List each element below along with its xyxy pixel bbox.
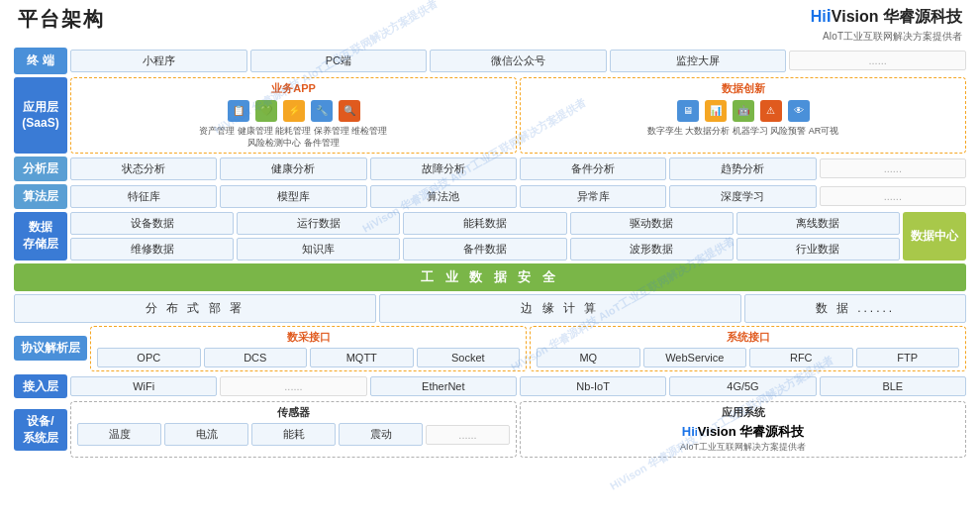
edge-computing: 边 缘 计 算 xyxy=(379,294,741,323)
data-interface-title: 数采接口 xyxy=(97,330,520,345)
system-interface-items: MQ WebService RFC FTP xyxy=(537,348,959,367)
access-ethernet: EtherNet xyxy=(370,376,517,396)
protocol-label: 协议解析层 xyxy=(14,336,87,361)
device-content: 传感器 温度 电流 能耗 震动 ...... 应用系统 HiiVision 华睿… xyxy=(70,401,966,458)
proto-mqtt: MQTT xyxy=(310,348,414,367)
data-innovation-title: 数据创新 xyxy=(527,81,959,96)
device-logo-vision: Vision xyxy=(698,424,736,439)
page-title: 平台架构 xyxy=(18,6,105,33)
sensors-title: 传感器 xyxy=(77,405,510,420)
terminal-pc: PC端 xyxy=(250,50,428,72)
terminal-items: 小程序 PC端 微信公众号 监控大屏 ...... xyxy=(70,48,966,74)
device-logo-hi: Hi xyxy=(682,424,695,439)
protocol-row: 协议解析层 数采接口 OPC DCS MQTT Socket 系统接口 MQ W… xyxy=(14,326,966,371)
app-system-title: 应用系统 xyxy=(722,405,765,420)
access-nbiot: Nb-IoT xyxy=(520,376,666,396)
icon-ar: 👁 xyxy=(788,100,810,122)
storage-row1: 设备数据 运行数据 能耗数据 驱动数据 离线数据 xyxy=(70,212,900,235)
business-app-icons: 📋 💚 ⚡ 🔧 🔍 xyxy=(77,100,510,122)
access-more1: ...... xyxy=(220,376,366,396)
storage-industry: 行业数据 xyxy=(736,238,900,261)
terminal-more: ...... xyxy=(789,51,966,70)
analysis-trend: 趋势分析 xyxy=(669,157,816,180)
architecture-diagram: 终 端 小程序 PC端 微信公众号 监控大屏 ...... 应用层(SaaS) … xyxy=(0,48,980,458)
icon-ml: 🤖 xyxy=(733,100,754,122)
algo-model: 模型库 xyxy=(220,185,366,208)
icon-risk: ⚠ xyxy=(760,100,782,122)
icon-health: 💚 xyxy=(255,100,277,122)
analysis-status: 状态分析 xyxy=(70,157,217,180)
icon-bigdata: 📊 xyxy=(705,100,727,122)
logo-hi: Hi xyxy=(811,8,827,25)
saas-content: 业务APP 📋 💚 ⚡ 🔧 🔍 资产管理 健康管理 能耗管理 保养管理 维检管理… xyxy=(70,77,966,154)
algo-pool: 算法池 xyxy=(370,185,517,208)
security-bar: 工 业 数 据 安 全 xyxy=(14,263,966,291)
sensors-panel: 传感器 温度 电流 能耗 震动 ...... xyxy=(70,401,517,458)
icon-asset: 📋 xyxy=(228,100,249,122)
app-system-panel: 应用系统 HiiVision 华睿源科技 AIoT工业互联网解决方案提供者 xyxy=(520,401,966,458)
sensor-temp: 温度 xyxy=(77,423,161,446)
analysis-label: 分析层 xyxy=(14,157,67,181)
proto-opc: OPC xyxy=(97,348,201,367)
storage-offline: 离线数据 xyxy=(736,212,900,235)
storage-energy: 能耗数据 xyxy=(403,212,566,235)
algorithm-row: 算法层 特征库 模型库 算法池 异常库 深度学习 ...... xyxy=(14,184,966,209)
storage-content: 设备数据 运行数据 能耗数据 驱动数据 离线数据 维修数据 知识库 备件数据 波… xyxy=(70,212,900,261)
data-interface-panel: 数采接口 OPC DCS MQTT Socket xyxy=(90,326,527,371)
device-logo-sub: AIoT工业互联网解决方案提供者 xyxy=(680,441,806,454)
sensors-items: 温度 电流 能耗 震动 ...... xyxy=(77,423,510,446)
device-logo: HiiVision 华睿源科技 xyxy=(682,423,804,441)
storage-operation: 运行数据 xyxy=(237,212,400,235)
business-app-title: 业务APP xyxy=(77,81,510,96)
logo-area: HiiVision 华睿源科技 AIoT工业互联网解决方案提供者 xyxy=(811,6,962,44)
algo-anomaly: 异常库 xyxy=(520,185,666,208)
saas-row: 应用层(SaaS) 业务APP 📋 💚 ⚡ 🔧 🔍 资产管理 健康管理 能耗管理… xyxy=(14,77,966,154)
algorithm-label: 算法层 xyxy=(14,184,67,209)
icon-digital: 🖥 xyxy=(677,100,699,122)
logo-brand-text: 华睿源科技 xyxy=(883,8,962,25)
storage-row: 数据存储层 设备数据 运行数据 能耗数据 驱动数据 离线数据 维修数据 知识库 … xyxy=(14,212,966,261)
proto-webservice: WebService xyxy=(643,348,747,367)
sensor-more: ...... xyxy=(426,425,510,445)
analysis-spare: 备件分析 xyxy=(520,157,666,180)
terminal-monitor: 监控大屏 xyxy=(610,50,787,72)
algo-more: ...... xyxy=(820,186,966,206)
access-wifi: WiFi xyxy=(70,376,217,396)
proto-ftp: FTP xyxy=(856,348,960,367)
storage-label: 数据存储层 xyxy=(14,212,67,261)
proto-socket: Socket xyxy=(417,348,521,367)
algo-feature: 特征库 xyxy=(70,185,217,208)
icon-inspect: 🔍 xyxy=(339,100,360,122)
sensor-energy: 能耗 xyxy=(251,423,336,446)
icon-maintain: 🔧 xyxy=(311,100,333,122)
storage-repair: 维修数据 xyxy=(70,238,234,261)
sensor-current: 电流 xyxy=(164,423,248,446)
analysis-health: 健康分析 xyxy=(220,157,366,180)
data-innovation-panel: 数据创新 🖥 📊 🤖 ⚠ 👁 数字孪生 大数据分析 机器学习 风险预警 AR可视 xyxy=(520,77,966,154)
data-partial: 数 据 ...... xyxy=(744,294,966,323)
storage-wave: 波形数据 xyxy=(570,238,734,261)
saas-label: 应用层(SaaS) xyxy=(14,77,67,154)
access-4g5g: 4G/5G xyxy=(669,376,816,396)
storage-spare: 备件数据 xyxy=(403,238,566,261)
business-app-panel: 业务APP 📋 💚 ⚡ 🔧 🔍 资产管理 健康管理 能耗管理 保养管理 维检管理… xyxy=(70,77,517,154)
logo-sub: AIoT工业互联网解决方案提供者 xyxy=(823,30,962,44)
analysis-more: ...... xyxy=(820,158,966,178)
storage-knowledge: 知识库 xyxy=(237,238,400,261)
analysis-row: 分析层 状态分析 健康分析 故障分析 备件分析 趋势分析 ...... xyxy=(14,157,966,181)
access-row: 接入层 WiFi ...... EtherNet Nb-IoT 4G/5G BL… xyxy=(14,374,966,399)
terminal-row: 终 端 小程序 PC端 微信公众号 监控大屏 ...... xyxy=(14,48,966,74)
storage-device: 设备数据 xyxy=(70,212,234,235)
proto-mq: MQ xyxy=(537,348,640,367)
logo-vision: Vision xyxy=(832,8,879,25)
storage-row2: 维修数据 知识库 备件数据 波形数据 行业数据 xyxy=(70,238,900,261)
sensor-vibration: 震动 xyxy=(339,423,423,446)
data-innovation-icons: 🖥 📊 🤖 ⚠ 👁 xyxy=(527,100,959,122)
data-center: 数据中心 xyxy=(903,212,966,261)
logo-brand: HiiVision 华睿源科技 xyxy=(811,6,962,28)
device-logo-brand: 华睿源科技 xyxy=(739,424,804,439)
data-interface-items: OPC DCS MQTT Socket xyxy=(97,348,520,367)
device-row: 设备/系统层 传感器 温度 电流 能耗 震动 ...... 应用系统 HiiVi… xyxy=(14,401,966,458)
data-innovation-text: 数字孪生 大数据分析 机器学习 风险预警 AR可视 xyxy=(527,125,959,138)
icon-energy: ⚡ xyxy=(283,100,305,122)
